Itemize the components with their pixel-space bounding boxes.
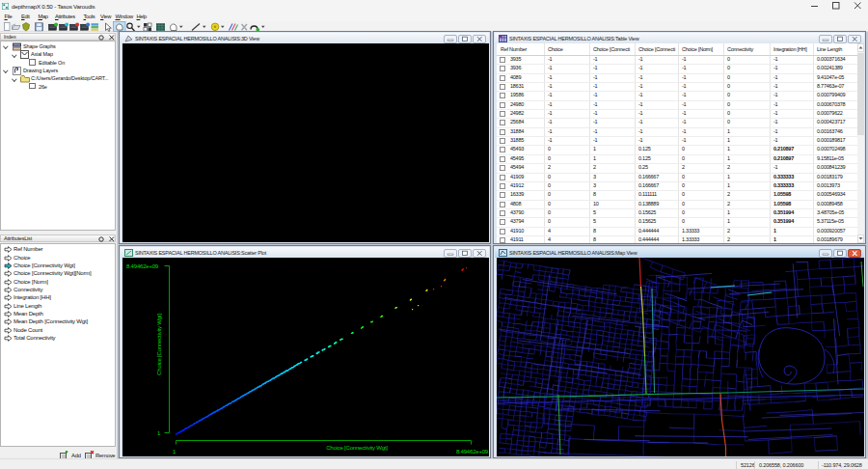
svg-text:1: 1: [157, 430, 161, 436]
svg-text:8.49462e+09: 8.49462e+09: [456, 449, 489, 455]
svg-text:Choice [Connectivity Wgt]: Choice [Connectivity Wgt]: [156, 314, 162, 375]
svg-text:8.49462e+09: 8.49462e+09: [126, 263, 159, 269]
svg-text:Choice [Connectivity Wgt]: Choice [Connectivity Wgt]: [326, 445, 388, 451]
svg-text:1: 1: [173, 449, 176, 455]
